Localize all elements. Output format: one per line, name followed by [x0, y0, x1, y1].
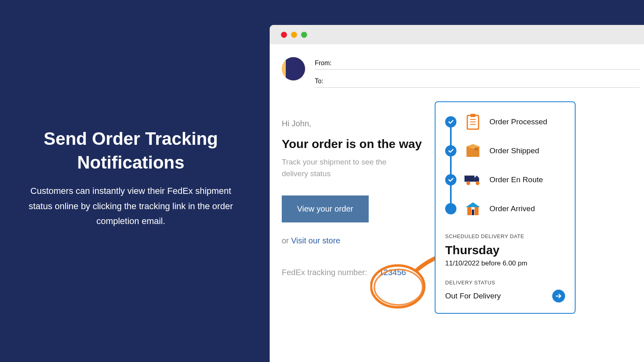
clipboard-icon	[464, 114, 481, 130]
svg-rect-4	[471, 114, 475, 117]
truck-icon	[464, 174, 481, 186]
to-label: To:	[315, 78, 323, 85]
sender-avatar	[282, 57, 305, 80]
delivery-status-label: DELIVERY STATUS	[445, 280, 565, 286]
step-label: Order En Route	[489, 175, 543, 184]
window-close-icon[interactable]	[281, 32, 287, 38]
marketing-title: Send Order Tracking Notifications	[24, 127, 237, 175]
svg-rect-17	[467, 207, 471, 215]
step-label: Order Processed	[489, 117, 547, 126]
svg-marker-16	[466, 202, 480, 207]
svg-rect-11	[464, 176, 475, 182]
email-subtext: Track your shipment to see the delivery …	[282, 156, 407, 179]
window-titlebar	[270, 25, 644, 44]
svg-rect-12	[475, 178, 479, 182]
tracking-label: FedEx tracking number:	[282, 268, 367, 277]
step-label: Order Shipped	[489, 146, 539, 155]
marketing-copy: Send Order Tracking Notifications Custom…	[24, 127, 237, 229]
house-icon	[464, 202, 481, 216]
from-field[interactable]: From:	[315, 57, 640, 70]
window-maximize-icon[interactable]	[301, 32, 307, 38]
delivery-details-button[interactable]	[552, 290, 565, 302]
step-check-icon	[445, 145, 456, 156]
svg-rect-10	[475, 148, 478, 150]
svg-rect-19	[472, 210, 474, 215]
view-order-button[interactable]: View your order	[282, 195, 369, 222]
email-header: From: To:	[270, 44, 644, 88]
scheduled-delivery-time: 11/10/2022 before 6.00 pm	[445, 259, 565, 267]
window-minimize-icon[interactable]	[291, 32, 297, 38]
tracking-popover: Order Processed Order Shipped Order En R…	[435, 101, 576, 314]
tracking-number[interactable]: 123456	[379, 268, 406, 277]
to-field[interactable]: To:	[315, 75, 640, 88]
step-current-icon	[445, 203, 456, 214]
scheduled-delivery-label: SCHEDULED DELIVERY DATE	[445, 233, 565, 239]
step-check-icon	[445, 174, 456, 185]
step-processed: Order Processed	[445, 111, 565, 133]
step-arrived: Order Arrived	[445, 198, 565, 220]
delivery-status-value: Out For Delivery	[445, 292, 501, 300]
svg-point-15	[476, 181, 480, 185]
step-enroute: Order En Route	[445, 169, 565, 191]
step-connector	[450, 117, 452, 204]
marketing-body: Customers can instantly view their FedEx…	[24, 183, 237, 229]
step-label: Order Arrived	[489, 204, 535, 213]
step-check-icon	[445, 116, 456, 128]
from-label: From:	[315, 60, 332, 67]
package-icon	[464, 144, 481, 158]
tracking-steps: Order Processed Order Shipped Order En R…	[445, 111, 565, 220]
svg-marker-13	[475, 176, 479, 178]
or-prefix: or	[282, 236, 291, 245]
arrow-right-icon	[555, 292, 562, 300]
svg-point-14	[466, 181, 471, 185]
svg-rect-18	[475, 207, 479, 215]
step-shipped: Order Shipped	[445, 140, 565, 162]
visit-store-link[interactable]: Visit our store	[291, 236, 340, 245]
scheduled-delivery-day: Thursday	[445, 243, 565, 257]
